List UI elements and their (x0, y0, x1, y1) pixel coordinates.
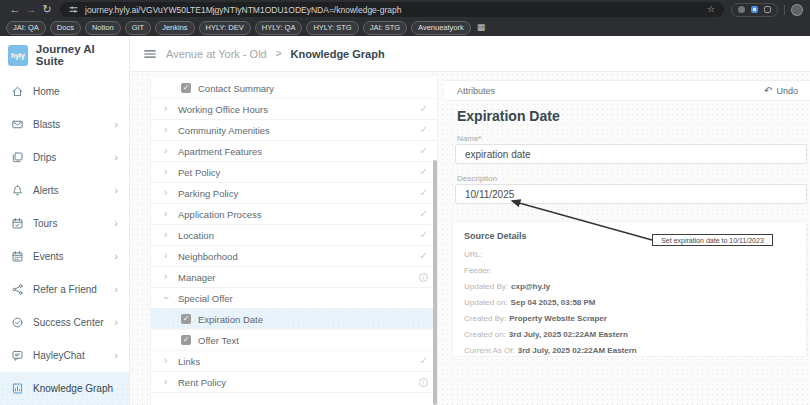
chevron-right-icon[interactable] (164, 104, 171, 114)
sidebar-item-refer-a-friend[interactable]: Refer a Friend (0, 273, 129, 306)
tree-row-label: Parking Policy (178, 188, 238, 199)
tree-row-offer-text[interactable]: Offer Text (151, 330, 437, 351)
bookmark-hyly-qa[interactable]: HYLY: QA (255, 21, 303, 35)
info-icon (419, 378, 428, 387)
chevron-down-icon[interactable] (164, 293, 171, 303)
share-nodes-icon (11, 283, 24, 296)
tree-row-expiration-date[interactable]: Expiration Date (151, 309, 437, 330)
tree-row-label: Location (178, 230, 214, 241)
chevron-right-icon[interactable] (164, 188, 171, 198)
address-bar-row: journey.hyly.ai/VGVuYW50LTE1MjgyNTIyNTM1… (0, 0, 810, 19)
chevron-right-icon[interactable] (164, 377, 171, 387)
app-title: Journey AI Suite (36, 43, 121, 67)
bookmark-jai-qa[interactable]: JAI: QA (6, 21, 46, 35)
check-circle-icon (11, 316, 24, 329)
sidebar-item-drips[interactable]: Drips (0, 141, 129, 174)
sidebar-item-success-center[interactable]: Success Center (0, 306, 129, 339)
tree-row-apartment-features[interactable]: Apartment Features (151, 141, 437, 162)
tree-row-rent-policy[interactable]: Rent Policy (151, 372, 437, 393)
info-icon (419, 273, 428, 282)
check-icon (420, 356, 428, 366)
back-icon[interactable] (7, 4, 23, 15)
bookmarks-bar: JAI: QA Docs Notion GIT Jenkins HYLY: DE… (0, 19, 810, 36)
bookmark-notion[interactable]: Notion (85, 21, 121, 35)
checkbox-checked-icon[interactable] (181, 314, 191, 324)
checkbox-checked-icon[interactable] (181, 335, 191, 345)
check-icon (420, 104, 428, 114)
sidebar-item-events[interactable]: Events (0, 240, 129, 273)
hamburger-menu-icon[interactable] (143, 47, 157, 61)
bookmark-jai-stg[interactable]: JAI: STG (363, 21, 407, 35)
chevron-right-icon[interactable] (164, 209, 171, 219)
chevron-right-icon[interactable] (164, 125, 171, 135)
tree-row-working-office-hours[interactable]: Working Office Hours (151, 99, 437, 120)
description-input[interactable] (455, 184, 807, 204)
sidebar-item-label: HayleyChat (33, 350, 85, 361)
bookmark-jenkins[interactable]: Jenkins (155, 21, 194, 35)
attributes-title: Attributes (457, 86, 495, 96)
site-settings-icon[interactable] (69, 5, 78, 14)
check-icon (420, 188, 428, 198)
bookmark-hyly-dev[interactable]: HYLY: DEV (199, 21, 251, 35)
source-detail-value: 3rd July, 2025 02:22AM Eastern (518, 346, 637, 355)
chevron-right-icon[interactable] (164, 356, 171, 366)
sidebar-item-knowledge-graph[interactable]: Knowledge Graph (0, 372, 129, 405)
chevron-right-icon[interactable] (164, 167, 171, 177)
tree-row-community-amenities[interactable]: Community Amenities (151, 120, 437, 141)
chevron-right-icon[interactable] (164, 251, 171, 261)
extension-icon[interactable] (738, 6, 745, 13)
bookmark-star-icon[interactable] (707, 5, 715, 14)
url-bar[interactable]: journey.hyly.ai/VGVuYW50LTE1MjgyNTIyNTM1… (60, 2, 724, 17)
tree-row-application-process[interactable]: Application Process (151, 204, 437, 225)
chevron-right-icon[interactable] (164, 146, 171, 156)
profile-avatar[interactable] (791, 4, 803, 16)
sidebar: hyly Journey AI Suite Home Blasts Drips … (0, 36, 130, 405)
tree-row-manager[interactable]: Manager (151, 267, 437, 288)
sidebar-item-blasts[interactable]: Blasts (0, 108, 129, 141)
bookmark-avenueatyork[interactable]: Avenueatyork (411, 21, 471, 35)
name-input[interactable] (455, 144, 807, 164)
tree-row-label: Application Process (178, 209, 261, 220)
sidebar-item-label: Home (33, 86, 60, 97)
hyly-logo: hyly (8, 45, 28, 66)
chevron-right-icon[interactable] (164, 230, 171, 240)
url-text[interactable]: journey.hyly.ai/VGVuYW50LTE1MjgyNTIyNTM1… (85, 5, 700, 15)
bookmark-hyly-stg[interactable]: HYLY: STG (306, 21, 358, 35)
check-icon (420, 209, 428, 219)
bookmarks-grid-icon[interactable] (477, 23, 486, 32)
chevron-right-icon[interactable] (164, 272, 171, 282)
sidebar-item-hayleychat[interactable]: HayleyChat (0, 339, 129, 372)
sidebar-item-tours[interactable]: Tours (0, 207, 129, 240)
bookmark-docs[interactable]: Docs (50, 21, 81, 35)
bookmark-git[interactable]: GIT (125, 21, 152, 35)
tree-row-contact-summary[interactable]: Contact Summary (151, 78, 437, 99)
chevron-right-icon (114, 152, 118, 163)
sidebar-item-label: Drips (33, 152, 56, 163)
tree-row-links[interactable]: Links (151, 351, 437, 372)
tree-row-special-offer[interactable]: Special Offer (151, 288, 437, 309)
tree-row-location[interactable]: Location (151, 225, 437, 246)
extensions-puzzle-icon[interactable] (764, 6, 771, 13)
tree-scrollbar[interactable] (433, 160, 437, 405)
undo-button[interactable]: Undo (764, 86, 798, 96)
chat-bubble-icon (11, 349, 24, 362)
source-detail-label: Created on: (464, 330, 506, 339)
tree-row-label: Apartment Features (178, 146, 262, 157)
chevron-right-icon (114, 350, 118, 361)
calendar-check-icon (11, 217, 24, 230)
checkbox-checked-icon[interactable] (181, 83, 191, 93)
breadcrumb-property[interactable]: Avenue at York - Old (166, 48, 267, 60)
tree-row-label: Pet Policy (178, 167, 220, 178)
sidebar-item-home[interactable]: Home (0, 75, 129, 108)
tree-row-pet-policy[interactable]: Pet Policy (151, 162, 437, 183)
extension-icon-blue[interactable] (751, 6, 758, 13)
sidebar-item-label: Alerts (33, 185, 59, 196)
forward-icon[interactable] (23, 4, 39, 15)
sidebar-item-alerts[interactable]: Alerts (0, 174, 129, 207)
logo-row: hyly Journey AI Suite (0, 36, 129, 74)
reload-icon[interactable] (39, 4, 55, 15)
tree-row-parking-policy[interactable]: Parking Policy (151, 183, 437, 204)
source-detail-value: Sep 04 2025, 03:58 PM (511, 298, 596, 307)
sidebar-item-label: Events (33, 251, 64, 262)
tree-row-neighborhood[interactable]: Neighborhood (151, 246, 437, 267)
